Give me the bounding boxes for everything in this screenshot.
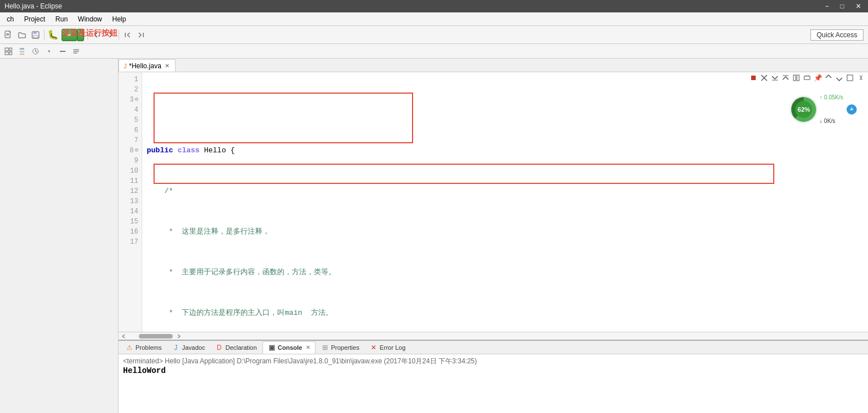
quick-access[interactable]: Quick Access (810, 29, 863, 41)
line-17: 17 (119, 237, 142, 247)
line-10: 10 (119, 166, 142, 176)
debug-button[interactable]: 🐛 (47, 29, 59, 41)
line-12: 12 (119, 186, 142, 196)
code-editor[interactable]: 1 2 3 4 5 6 7 8 9 10 11 12 13 14 15 16 1 (119, 72, 868, 332)
code-line-2: public class Hello { (147, 146, 868, 156)
console-tab-close[interactable]: ✕ (306, 345, 310, 350)
network-stats: ↑ 0.05K/s ↓ 0K/s (819, 78, 843, 141)
tab-javadoc-label: Javadoc (182, 344, 205, 351)
console-stop-btn[interactable] (759, 73, 769, 82)
tab-declaration-label: Declaration (225, 344, 257, 351)
system-monitor: 62% ↑ 0.05K/s ↓ 0K/s + (791, 78, 857, 141)
cpu-percent-label: 62% (795, 101, 812, 118)
run-button[interactable] (62, 29, 77, 41)
console-output: <terminated> Hello [Java Application] D:… (119, 354, 868, 413)
console-icon: ▣ (268, 344, 275, 352)
bottom-tab-bar: ⚠ Problems J Javadoc D Declaration (119, 341, 868, 354)
monitor-plus-button[interactable]: + (847, 104, 857, 115)
tab-close-button[interactable]: ✕ (164, 63, 170, 69)
svg-rect-9 (10, 48, 12, 51)
title-bar: Hello.java - Eclipse − □ ✕ (0, 0, 868, 12)
console-output-text: HelloWord (123, 366, 863, 375)
main-layout: J *Hello.java ✕ 1 2 3 4 5 6 7 8 9 10 (0, 59, 868, 413)
new-button[interactable] (2, 29, 15, 41)
tab-declaration[interactable]: D Declaration (211, 341, 261, 354)
editor-tab-hello[interactable]: J *Hello.java ✕ (119, 59, 176, 72)
back-button[interactable] (90, 29, 103, 41)
output-annotation-box (154, 164, 774, 184)
code-line-3: /* (147, 186, 868, 196)
line-6: 6 (119, 125, 142, 135)
forward-button[interactable] (104, 29, 116, 41)
horizontal-scrollbar[interactable] (119, 332, 868, 340)
line-2: 2 (119, 85, 142, 95)
tb2-btn5[interactable] (56, 45, 69, 58)
tab-error-log[interactable]: ✕ Error Log (365, 341, 410, 354)
tab-javadoc[interactable]: J Javadoc (167, 341, 209, 354)
console-btn3[interactable] (770, 73, 780, 82)
tb2-btn2[interactable] (16, 45, 28, 58)
error-log-icon: ✕ (370, 344, 378, 352)
editor-area: J *Hello.java ✕ 1 2 3 4 5 6 7 8 9 10 (119, 59, 868, 413)
close-button[interactable]: ✕ (853, 2, 863, 10)
run-dropdown[interactable]: ▾ (77, 29, 84, 41)
prev-button[interactable] (121, 29, 134, 41)
line-9: 9 (119, 156, 142, 166)
svg-rect-8 (5, 48, 8, 51)
console-clear-btn[interactable] (748, 73, 759, 82)
tab-properties[interactable]: ⊞ Properties (317, 341, 364, 354)
tb2-btn3[interactable] (29, 45, 42, 58)
line-5: 5 (119, 115, 142, 125)
title-bar-text: Hello.java - Eclipse (5, 2, 62, 10)
tb2-btn6[interactable] (70, 45, 82, 58)
sep3 (119, 30, 119, 40)
svg-rect-19 (751, 76, 756, 80)
scroll-right-icon[interactable] (175, 333, 183, 339)
sep2 (87, 30, 88, 40)
problems-icon: ⚠ (125, 344, 133, 352)
code-content[interactable]: public class Hello { /* * 这里是注释，是多行注释， *… (142, 72, 868, 332)
next-button[interactable] (135, 29, 147, 41)
tab-problems[interactable]: ⚠ Problems (121, 341, 166, 354)
tab-label: *Hello.java (129, 62, 161, 70)
cpu-gauge[interactable]: 62% (791, 97, 816, 122)
menu-project[interactable]: Project (20, 14, 50, 24)
console-minimize-btn[interactable]: ⊻ (856, 73, 866, 82)
tb2-btn1[interactable] (2, 45, 15, 58)
tb2-btn4[interactable]: ▾ (43, 45, 55, 58)
sidebar (0, 59, 119, 413)
main-toolbar: 🐛 ▾ 这里是运行按钮 Quick Access (0, 26, 868, 44)
menu-help[interactable]: Help (108, 14, 131, 24)
title-bar-controls: − □ ✕ (823, 2, 863, 10)
line-8: 8 (119, 146, 142, 156)
line-15: 15 (119, 217, 142, 227)
scroll-thumb[interactable] (139, 334, 173, 339)
console-btn4[interactable] (781, 73, 791, 82)
open-button[interactable] (16, 29, 28, 41)
maximize-button[interactable]: □ (838, 2, 847, 10)
scroll-left-icon[interactable] (120, 333, 128, 339)
minimize-button[interactable]: − (823, 2, 831, 10)
menu-bar: ch Project Run Window Help (0, 12, 868, 26)
secondary-toolbar: ▾ (0, 44, 868, 59)
bottom-panel: ⚠ Problems J Javadoc D Declaration (119, 340, 868, 413)
tab-console[interactable]: ▣ Console ✕ (262, 341, 315, 354)
menu-window[interactable]: Window (73, 14, 107, 24)
java-file-icon: J (124, 63, 127, 69)
line-14: 14 (119, 206, 142, 217)
line-11: 11 (119, 176, 142, 186)
tab-problems-label: Problems (135, 344, 161, 351)
net-down-stat: ↓ 0K/s (819, 117, 843, 125)
menu-ch[interactable]: ch (2, 14, 19, 24)
javadoc-icon: J (172, 344, 179, 352)
comment-annotation-box (154, 93, 413, 143)
menu-run[interactable]: Run (51, 14, 72, 24)
sep1 (44, 30, 45, 40)
line-numbers: 1 2 3 4 5 6 7 8 9 10 11 12 13 14 15 16 1 (119, 72, 142, 332)
svg-rect-5 (33, 36, 38, 38)
code-line-1 (147, 105, 868, 115)
line-13: 13 (119, 196, 142, 206)
save-button[interactable] (29, 29, 42, 41)
properties-icon: ⊞ (321, 344, 329, 352)
line-7: 7 (119, 135, 142, 146)
